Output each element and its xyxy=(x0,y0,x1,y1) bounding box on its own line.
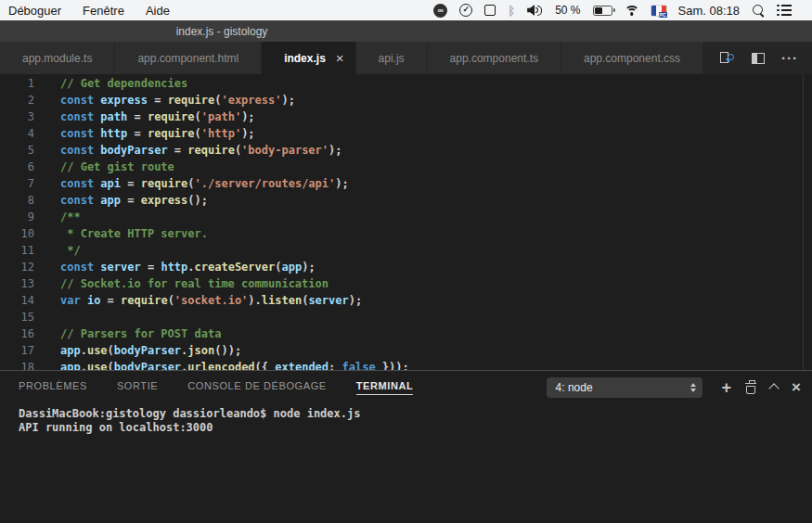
menubar-menu[interactable]: Aide xyxy=(146,4,170,18)
code-text: app.use(bodyParser.json()); xyxy=(60,342,241,359)
editor-tab-app-module-ts[interactable]: app.module.ts xyxy=(0,42,115,74)
tab-label: app.module.ts xyxy=(22,52,92,65)
screen: DéboguerFenêtreAide ∞ ✓ ᛒ 50 % PC Sam. 0… xyxy=(0,0,812,523)
terminal-output[interactable]: DassiMacBook:gistology dassiorleando$ no… xyxy=(0,403,812,523)
bottom-panel: PROBLÈMESSORTIECONSOLE DE DÉBOGAGETERMIN… xyxy=(0,370,812,523)
tab-label: app.component.css xyxy=(584,52,680,65)
line-number: 14 xyxy=(0,292,34,309)
search-preview-icon[interactable] xyxy=(720,52,735,65)
code-text: const express = require('express'); xyxy=(60,92,295,108)
square-app-icon[interactable] xyxy=(484,5,496,16)
code-line: 6// Get gist route xyxy=(0,159,812,175)
macos-menu-bar: DéboguerFenêtreAide ∞ ✓ ᛒ 50 % PC Sam. 0… xyxy=(0,0,812,20)
creative-cloud-icon[interactable]: ∞ xyxy=(433,4,447,18)
picker-stepper-icon xyxy=(690,383,696,392)
new-terminal-icon[interactable]: + xyxy=(722,379,732,396)
panel-tabs: PROBLÈMESSORTIECONSOLE DE DÉBOGAGETERMIN… xyxy=(0,380,413,395)
more-actions-icon[interactable]: ··· xyxy=(781,51,798,65)
panel-tab-sortie[interactable]: SORTIE xyxy=(117,380,158,395)
menubar-menu[interactable]: Déboguer xyxy=(8,4,61,18)
editor-tab-app-component-css[interactable]: app.component.css xyxy=(561,42,703,74)
keyboard-layout-flag-icon[interactable]: PC xyxy=(651,6,666,16)
menu-clock[interactable]: Sam. 08:18 xyxy=(678,4,741,18)
line-number: 3 xyxy=(0,108,34,125)
close-tab-icon[interactable]: × xyxy=(336,51,344,65)
code-text: // Socket.io for real time communication xyxy=(60,275,329,292)
code-line: 17app.use(bodyParser.json()); xyxy=(0,342,812,359)
code-text: * Create HTTP server. xyxy=(60,225,208,242)
code-line: 14var io = require('socket.io').listen(s… xyxy=(0,292,812,309)
editor-tab-app-component-html[interactable]: app.component.html xyxy=(115,42,262,74)
spotlight-search-icon[interactable] xyxy=(752,4,765,18)
tab-label: index.js xyxy=(284,52,326,65)
code-line: 4const http = require('http'); xyxy=(0,125,812,142)
code-text: // Get dependencies xyxy=(60,75,187,92)
check-circle-icon[interactable]: ✓ xyxy=(459,4,472,17)
editor-actions: ··· xyxy=(720,42,812,74)
line-number: 4 xyxy=(0,125,34,142)
code-line: 11 */ xyxy=(0,242,812,259)
line-number: 18 xyxy=(0,359,34,370)
line-number: 7 xyxy=(0,175,34,192)
terminal-line: DassiMacBook:gistology dassiorleando$ no… xyxy=(19,407,812,421)
code-line: 7const api = require('./server/routes/ap… xyxy=(0,175,812,192)
panel-header: PROBLÈMESSORTIECONSOLE DE DÉBOGAGETERMIN… xyxy=(0,371,812,403)
menu-status-area: ∞ ✓ ᛒ 50 % PC Sam. 08:18 xyxy=(433,4,812,18)
code-text: const server = http.createServer(app); xyxy=(60,259,316,275)
tab-label: app.component.html xyxy=(137,52,238,65)
menu-items: DéboguerFenêtreAide xyxy=(0,4,170,18)
line-number: 13 xyxy=(0,275,34,292)
editor-tab-api-js[interactable]: api.js xyxy=(356,42,428,74)
code-text: // Get gist route xyxy=(60,159,174,175)
code-line: 2const express = require('express'); xyxy=(0,92,812,108)
panel-tab-terminal[interactable]: TERMINAL xyxy=(356,380,414,395)
line-number: 12 xyxy=(0,259,34,275)
code-line: 9/** xyxy=(0,209,812,225)
window-title: index.js - gistology xyxy=(176,25,268,38)
code-text: // Parsers for POST data xyxy=(60,325,221,342)
window-titlebar: index.js - gistology xyxy=(0,20,812,42)
code-line: 10 * Create HTTP server. xyxy=(0,225,812,242)
editor-tabbar: app.module.tsapp.component.htmlindex.js×… xyxy=(0,42,812,74)
keyboard-layout-label: PC xyxy=(659,12,667,18)
code-editor[interactable]: 1// Get dependencies2const express = req… xyxy=(0,74,812,370)
terminal-picker[interactable]: 4: node xyxy=(547,377,702,398)
maximize-panel-icon[interactable] xyxy=(768,383,779,393)
line-number: 6 xyxy=(0,159,34,175)
kill-terminal-icon[interactable] xyxy=(745,381,756,394)
code-line: 1// Get dependencies xyxy=(0,75,812,92)
bluetooth-icon[interactable]: ᛒ xyxy=(508,5,515,17)
editor-tabs: app.module.tsapp.component.htmlindex.js×… xyxy=(0,42,703,74)
code-text: const api = require('./server/routes/api… xyxy=(60,175,349,192)
code-line: 15 xyxy=(0,309,812,325)
split-editor-icon[interactable] xyxy=(752,53,765,64)
code-text: app.use(bodyParser.urlencoded({ extended… xyxy=(60,359,409,370)
terminal-picker-value: 4: node xyxy=(556,381,593,394)
line-number: 5 xyxy=(0,142,34,159)
code-line: 18app.use(bodyParser.urlencoded({ extend… xyxy=(0,359,812,370)
menubar-menu[interactable]: Fenêtre xyxy=(83,4,124,18)
code-line: 3const path = require('path'); xyxy=(0,108,812,125)
line-number: 8 xyxy=(0,192,34,209)
line-number: 10 xyxy=(0,225,34,242)
code-text: /** xyxy=(60,209,81,225)
terminal-line: API running on localhost:3000 xyxy=(19,421,812,435)
volume-icon[interactable] xyxy=(527,5,543,16)
line-number: 1 xyxy=(0,75,34,92)
line-number: 16 xyxy=(0,325,34,342)
line-number: 17 xyxy=(0,342,34,359)
code-line: 13// Socket.io for real time communicati… xyxy=(0,275,812,292)
panel-tab-probl-mes[interactable]: PROBLÈMES xyxy=(19,380,87,395)
panel-tab-console-de-d-bogage[interactable]: CONSOLE DE DÉBOGAGE xyxy=(187,380,327,395)
tab-label: api.js xyxy=(379,52,405,65)
code-line: 8const app = express(); xyxy=(0,192,812,209)
notification-center-icon[interactable] xyxy=(777,5,792,17)
scrollbar-ruler xyxy=(803,74,804,370)
wifi-icon[interactable] xyxy=(625,6,639,16)
code-line: 5const bodyParser = require('body-parser… xyxy=(0,142,812,159)
editor-tab-app-component-ts[interactable]: app.component.ts xyxy=(428,42,561,74)
editor-tab-index-js[interactable]: index.js× xyxy=(262,42,355,74)
battery-icon[interactable] xyxy=(593,6,612,16)
close-panel-icon[interactable]: × xyxy=(792,379,801,395)
code-text: const bodyParser = require('body-parser'… xyxy=(60,142,342,159)
